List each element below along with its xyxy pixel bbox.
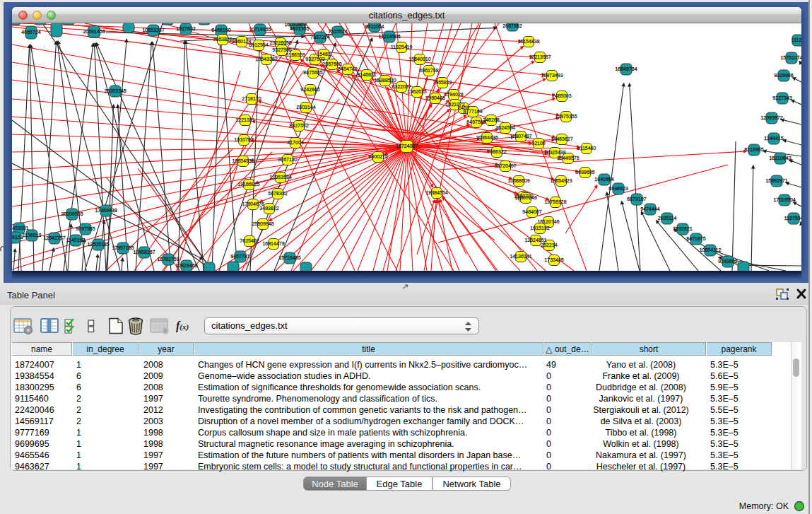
svg-text:15716485: 15716485 bbox=[278, 255, 300, 260]
svg-text:10543382: 10543382 bbox=[255, 57, 277, 62]
svg-text:13524851: 13524851 bbox=[524, 238, 546, 243]
svg-text:9146821: 9146821 bbox=[357, 72, 376, 77]
svg-text:10688609: 10688609 bbox=[507, 178, 529, 183]
svg-text:1156819: 1156819 bbox=[23, 233, 42, 238]
svg-text:62100: 62100 bbox=[531, 141, 546, 146]
svg-text:8454749: 8454749 bbox=[338, 66, 357, 71]
svg-text:19166825: 19166825 bbox=[237, 182, 259, 187]
svg-text:7563822: 7563822 bbox=[213, 37, 232, 42]
svg-text:20691406: 20691406 bbox=[83, 29, 105, 34]
svg-text:16210643: 16210643 bbox=[769, 156, 791, 160]
svg-text:18724007: 18724007 bbox=[396, 144, 418, 148]
svg-text:18807249: 18807249 bbox=[514, 195, 536, 200]
svg-text:16782759: 16782759 bbox=[157, 257, 179, 262]
svg-text:19854935: 19854935 bbox=[232, 158, 254, 163]
svg-text:25809948: 25809948 bbox=[252, 221, 273, 226]
svg-text:15692971: 15692971 bbox=[765, 178, 787, 183]
svg-text:12213967: 12213967 bbox=[529, 54, 551, 59]
svg-text:9227343: 9227343 bbox=[772, 95, 792, 100]
svg-text:1733426: 1733426 bbox=[544, 257, 563, 262]
svg-text:9329966: 9329966 bbox=[774, 73, 793, 78]
svg-text:17957255: 17957255 bbox=[112, 245, 134, 250]
svg-text:1167534: 1167534 bbox=[784, 216, 801, 221]
svg-text:7515524: 7515524 bbox=[328, 29, 347, 34]
svg-text:12093872: 12093872 bbox=[760, 115, 782, 120]
svg-text:9484067: 9484067 bbox=[522, 209, 541, 214]
svg-text:6466160: 6466160 bbox=[211, 28, 230, 33]
svg-text:9097585: 9097585 bbox=[76, 226, 95, 231]
svg-text:1221331: 1221331 bbox=[235, 117, 254, 122]
svg-text:9243652: 9243652 bbox=[718, 259, 737, 264]
svg-text:2935114: 2935114 bbox=[658, 216, 677, 221]
svg-text:15388520: 15388520 bbox=[374, 78, 396, 83]
svg-text:20364436: 20364436 bbox=[476, 135, 498, 140]
svg-text:8875685: 8875685 bbox=[303, 70, 322, 75]
svg-text:7955812: 7955812 bbox=[433, 80, 452, 85]
svg-text:20206555: 20206555 bbox=[61, 211, 83, 216]
svg-text:9115460: 9115460 bbox=[577, 146, 596, 151]
svg-text:15720407: 15720407 bbox=[494, 163, 516, 168]
svg-text:8938923: 8938923 bbox=[608, 186, 628, 191]
svg-text:2803144: 2803144 bbox=[296, 105, 315, 110]
svg-text:8471875: 8471875 bbox=[686, 236, 705, 241]
svg-text:23226058: 23226058 bbox=[269, 40, 291, 45]
svg-text:10025438: 10025438 bbox=[543, 150, 565, 155]
svg-text:939158: 939158 bbox=[12, 235, 23, 240]
svg-text:15751074: 15751074 bbox=[780, 55, 801, 60]
svg-text:8215955: 8215955 bbox=[744, 147, 763, 152]
svg-text:417004: 417004 bbox=[287, 140, 303, 145]
svg-text:12505185: 12505185 bbox=[87, 242, 109, 247]
svg-text:1010757: 1010757 bbox=[234, 137, 253, 142]
svg-text:16914479: 16914479 bbox=[262, 241, 284, 246]
svg-text:1244415: 1244415 bbox=[764, 136, 783, 141]
svg-text:8811054: 8811054 bbox=[365, 24, 384, 29]
svg-text:10958167: 10958167 bbox=[133, 250, 155, 255]
svg-text:3267130: 3267130 bbox=[278, 157, 297, 162]
svg-text:12923468: 12923468 bbox=[175, 263, 197, 268]
svg-text:12942757: 12942757 bbox=[43, 235, 65, 240]
svg-text:1362615: 1362615 bbox=[407, 89, 426, 94]
svg-text:19384554: 19384554 bbox=[425, 190, 447, 195]
svg-text:19654923: 19654923 bbox=[550, 178, 572, 183]
svg-text:3493822: 3493822 bbox=[259, 206, 278, 211]
svg-text:15461: 15461 bbox=[317, 52, 331, 57]
svg-text:10654112: 10654112 bbox=[700, 247, 722, 252]
svg-text:2718170: 2718170 bbox=[242, 96, 261, 101]
svg-text:7857224: 7857224 bbox=[310, 35, 329, 40]
svg-text:23449575: 23449575 bbox=[557, 156, 579, 160]
svg-text:7625402: 7625402 bbox=[240, 238, 259, 243]
svg-text:8322037: 8322037 bbox=[392, 84, 411, 89]
svg-text:746266: 746266 bbox=[483, 117, 499, 122]
svg-text:1145197: 1145197 bbox=[66, 238, 86, 243]
svg-text:3624554: 3624554 bbox=[495, 125, 514, 130]
svg-text:6879197: 6879197 bbox=[627, 197, 646, 201]
svg-text:9327503: 9327503 bbox=[305, 57, 324, 62]
svg-text:8186328: 8186328 bbox=[286, 52, 305, 57]
svg-text:10653267: 10653267 bbox=[142, 28, 164, 33]
svg-text:4055724: 4055724 bbox=[21, 30, 40, 35]
svg-text:16033809: 16033809 bbox=[284, 23, 306, 27]
svg-text:7632621: 7632621 bbox=[673, 226, 692, 231]
svg-text:4671355: 4671355 bbox=[290, 26, 309, 31]
svg-text:9327505: 9327505 bbox=[272, 47, 291, 52]
svg-text:15640910: 15640910 bbox=[408, 57, 430, 62]
svg-text:17016504: 17016504 bbox=[773, 197, 795, 202]
svg-text:8427552: 8427552 bbox=[289, 123, 308, 128]
svg-text:1640954: 1640954 bbox=[594, 177, 613, 182]
svg-text:16154838: 16154838 bbox=[517, 39, 539, 44]
svg-text:6961758: 6961758 bbox=[419, 68, 438, 73]
svg-text:10973493: 10973493 bbox=[541, 73, 563, 78]
svg-text:11123: 11123 bbox=[792, 37, 801, 42]
svg-text:7986322: 7986322 bbox=[487, 149, 506, 154]
svg-text:9699695: 9699695 bbox=[575, 170, 594, 175]
svg-text:8912954: 8912954 bbox=[249, 42, 268, 47]
svg-text:14136141: 14136141 bbox=[510, 254, 531, 259]
svg-text:5878332: 5878332 bbox=[268, 191, 287, 196]
svg-text:252214: 252214 bbox=[541, 243, 557, 247]
svg-text:16120746: 16120746 bbox=[537, 219, 559, 224]
svg-text:6794028: 6794028 bbox=[444, 92, 463, 97]
svg-text:9474444: 9474444 bbox=[640, 206, 659, 211]
svg-text:2087682: 2087682 bbox=[502, 23, 522, 28]
svg-text:17359938: 17359938 bbox=[95, 208, 117, 213]
svg-text:9300275: 9300275 bbox=[368, 154, 387, 159]
